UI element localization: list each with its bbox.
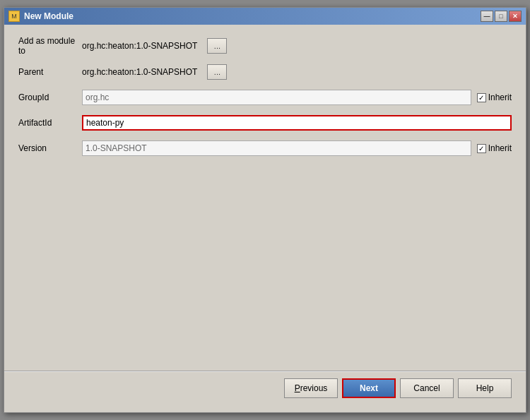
previous-button[interactable]: Previous — [284, 378, 338, 398]
parent-label: Parent — [18, 67, 82, 77]
parent-row: Parent org.hc:heaton:1.0-SNAPSHOT ... — [18, 63, 512, 81]
window-icon: M — [8, 11, 20, 22]
parent-value: org.hc:heaton:1.0-SNAPSHOT — [82, 67, 197, 77]
artifact-id-label: ArtifactId — [18, 118, 82, 128]
parent-browse-button[interactable]: ... — [207, 64, 227, 80]
previous-label: Previous — [295, 383, 328, 393]
version-input-group: Inherit — [82, 140, 512, 156]
close-button[interactable]: ✕ — [509, 11, 522, 22]
artifact-id-input-group — [82, 115, 512, 131]
next-button[interactable]: Next — [342, 378, 396, 398]
add-module-label: Add as module to — [18, 36, 82, 56]
add-module-row: Add as module to org.hc:heaton:1.0-SNAPS… — [18, 36, 512, 56]
version-input[interactable] — [82, 140, 471, 156]
window-title: New Module — [24, 11, 73, 21]
cancel-label: Cancel — [413, 383, 440, 393]
version-inherit-checkbox[interactable] — [477, 144, 486, 153]
maximize-button[interactable]: □ — [495, 11, 507, 22]
dialog-content: Add as module to org.hc:heaton:1.0-SNAPS… — [4, 25, 526, 412]
next-label: Next — [360, 383, 378, 393]
artifact-id-input[interactable] — [82, 115, 512, 131]
group-id-input[interactable] — [82, 90, 471, 105]
group-id-label: GroupId — [18, 92, 82, 102]
version-inherit: Inherit — [477, 143, 512, 153]
title-bar: M New Module — □ ✕ — [4, 8, 526, 25]
version-label: Version — [18, 143, 82, 153]
group-id-inherit: Inherit — [477, 92, 512, 102]
group-id-row: GroupId Inherit — [18, 88, 512, 107]
help-label: Help — [476, 383, 494, 393]
help-button[interactable]: Help — [458, 378, 512, 398]
window-controls: — □ ✕ — [481, 11, 522, 22]
group-id-inherit-label: Inherit — [488, 92, 512, 102]
version-row: Version Inherit — [18, 139, 512, 157]
cancel-button[interactable]: Cancel — [400, 378, 454, 398]
new-module-dialog: M New Module — □ ✕ Add as module to org.… — [4, 7, 526, 413]
add-module-value: org.hc:heaton:1.0-SNAPSHOT — [82, 41, 197, 51]
minimize-button[interactable]: — — [481, 11, 493, 22]
version-inherit-label: Inherit — [488, 143, 512, 153]
form-area: Add as module to org.hc:heaton:1.0-SNAPS… — [18, 36, 512, 203]
group-id-input-group: Inherit — [82, 90, 512, 105]
group-id-inherit-checkbox[interactable] — [477, 93, 486, 102]
artifact-id-row: ArtifactId — [18, 114, 512, 132]
add-module-browse-button[interactable]: ... — [207, 38, 227, 54]
button-bar: Previous Next Cancel Help — [18, 371, 512, 401]
